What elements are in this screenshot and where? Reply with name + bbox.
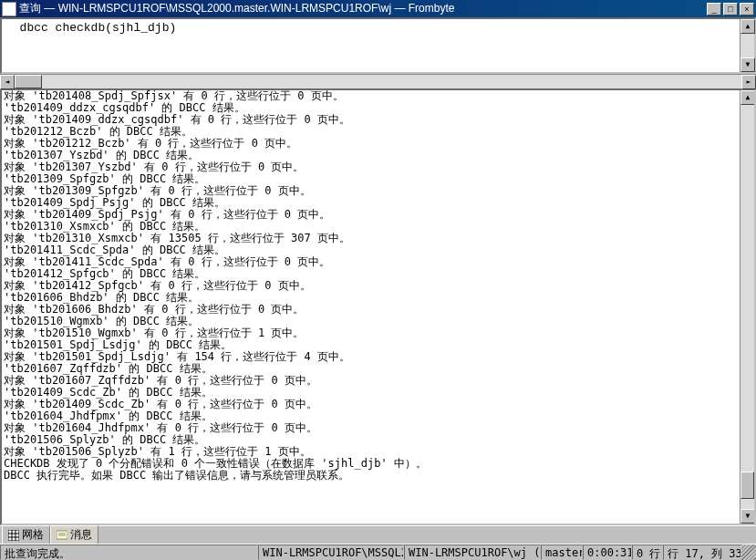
status-message: 批查询完成。 <box>0 544 258 560</box>
status-user: WIN-LRMSPCU1ROF\wj (52) <box>404 544 541 560</box>
status-server: WIN-LRMSPCU1ROF\MSSQL2000 <box>258 544 404 560</box>
sql-editor[interactable]: dbcc checkdb(sjhl_djb) <box>2 19 740 72</box>
titlebar[interactable]: 查询 — WIN-LRMSPCU1ROF\MSSQL2000.master.WI… <box>0 0 756 17</box>
status-bar: 批查询完成。 WIN-LRMSPCU1ROF\MSSQL2000 WIN-LRM… <box>0 544 756 560</box>
scroll-down-icon[interactable]: ▼ <box>740 509 755 524</box>
window-controls: _ □ × <box>705 3 754 16</box>
status-db: master <box>541 544 583 560</box>
scroll-thumb[interactable] <box>15 75 42 88</box>
editor-scrollbar-horizontal[interactable]: ◄ ► <box>0 74 756 88</box>
messages-icon <box>57 530 67 541</box>
maximize-button[interactable]: □ <box>723 3 738 16</box>
editor-scrollbar-vertical[interactable]: ▲ ▼ <box>740 19 754 72</box>
scroll-down-icon[interactable]: ▼ <box>740 57 755 72</box>
scroll-thumb[interactable] <box>740 472 754 499</box>
status-rows: 0 行 <box>632 544 663 560</box>
status-cursor: 行 17, 列 33 <box>663 544 741 560</box>
window-title: 查询 — WIN-LRMSPCU1ROF\MSSQL2000.master.WI… <box>19 1 705 16</box>
resize-grip[interactable] <box>741 544 756 560</box>
tab-grid[interactable]: 网格 <box>2 525 50 544</box>
close-button[interactable]: × <box>740 3 754 16</box>
tab-grid-label: 网格 <box>22 527 44 543</box>
scroll-left-icon[interactable]: ◄ <box>0 75 15 89</box>
scroll-right-icon[interactable]: ► <box>741 75 756 89</box>
sql-editor-pane: dbcc checkdb(sjhl_djb) ▲ ▼ <box>0 17 756 74</box>
results-pane: 对象 'tb201408_Spdj_Spfjsx' 有 0 行，这些行位于 0 … <box>0 88 756 525</box>
grid-icon <box>8 530 19 541</box>
scroll-up-icon[interactable]: ▲ <box>740 90 755 105</box>
svg-rect-0 <box>8 530 19 541</box>
app-icon <box>2 2 16 16</box>
minimize-button[interactable]: _ <box>707 3 721 16</box>
tab-messages[interactable]: 消息 <box>50 525 98 544</box>
results-scrollbar-vertical[interactable]: ▲ ▼ <box>740 90 754 524</box>
status-time: 0:00:31 <box>583 544 632 560</box>
results-tabs: 网格 消息 <box>0 525 756 544</box>
results-text[interactable]: 对象 'tb201408_Spdj_Spfjsx' 有 0 行，这些行位于 0 … <box>2 90 740 524</box>
tab-messages-label: 消息 <box>70 527 92 543</box>
scroll-up-icon[interactable]: ▲ <box>740 19 755 34</box>
